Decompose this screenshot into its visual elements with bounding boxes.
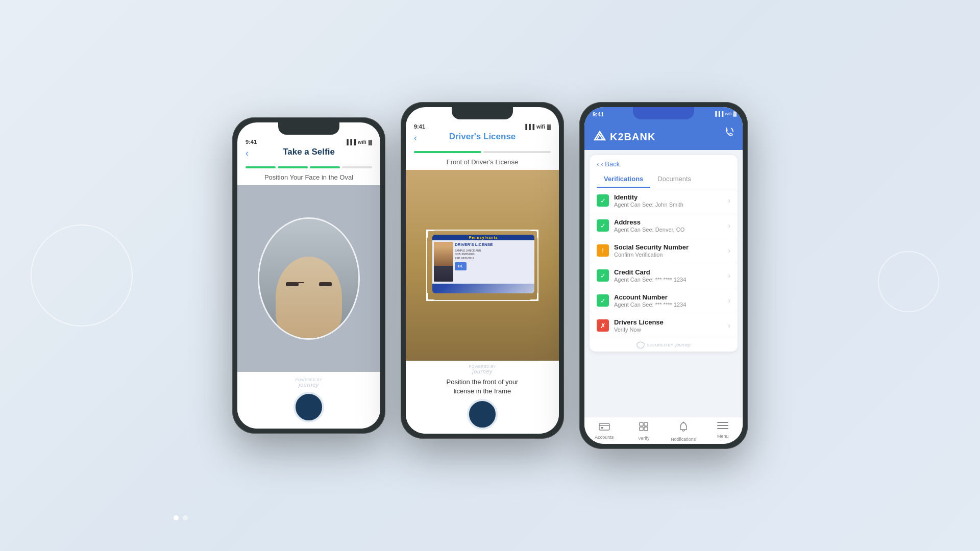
status-icons-2: ▐▐▐ wifi ▓ <box>524 124 551 130</box>
back-chevron: ‹ <box>597 160 599 168</box>
card-back-button[interactable]: ‹ ‹ Back <box>590 155 738 171</box>
ssn-title: Social Security Number <box>614 243 723 251</box>
svg-rect-6 <box>640 427 643 431</box>
svg-rect-4 <box>640 422 643 426</box>
dot-2[interactable] <box>183 515 188 520</box>
journey-text-1: journey <box>299 382 319 388</box>
phone-license: 9:41 ▐▐▐ wifi ▓ ‹ Driver's License <box>401 102 564 439</box>
battery-icon-2: ▓ <box>547 124 551 130</box>
journey-logo-1: POWERED BY journey <box>296 378 322 388</box>
dl-name-text: SAMPLE JANICE ANN <box>455 249 533 253</box>
progress-seg-2 <box>278 166 308 168</box>
identity-status-icon: ✓ <box>597 194 609 207</box>
drivers-license-title: Drivers License <box>614 318 723 326</box>
back-button-1[interactable]: ‹ <box>246 148 249 159</box>
status-icons-1: ▐▐▐ wifi ▓ <box>345 139 372 145</box>
capture-button-2[interactable] <box>467 399 498 430</box>
selfie-subtitle: Position Your Face in the Oval <box>237 173 380 185</box>
call-icon-svg <box>723 126 734 137</box>
back-button-2[interactable]: ‹ <box>414 133 417 143</box>
card-tabs: Verifications Documents <box>590 171 738 188</box>
notifications-label: Notifications <box>671 437 696 442</box>
face-shape <box>276 257 342 338</box>
dl-photo <box>434 242 453 282</box>
call-icon[interactable] <box>723 126 734 140</box>
license-prog-1 <box>414 151 481 153</box>
battery-3: ▓ <box>733 111 737 116</box>
svg-rect-2 <box>599 423 609 430</box>
k2bank-content: ‹ ‹ Back Verifications Documents ✓ <box>584 150 743 417</box>
bg-circle-right <box>878 251 939 312</box>
account-title: Account Number <box>614 293 723 301</box>
dl-header: Pennsylvania <box>432 235 534 240</box>
tab-documents[interactable]: Documents <box>650 171 698 188</box>
verification-address[interactable]: ✓ Address Agent Can See: Denver, CO › <box>590 213 738 238</box>
verification-credit-card[interactable]: ✓ Credit Card Agent Can See: *** **** 12… <box>590 263 738 288</box>
dl-exp-text: EXP: 03/01/2019 <box>455 257 533 261</box>
phone-selfie: 9:41 ▐▐▐ wifi ▓ ‹ Take a Selfie <box>232 117 385 434</box>
nav-notifications[interactable]: Notifications <box>664 421 703 442</box>
license-bottom: POWERED BY journey Position the front of… <box>406 361 559 434</box>
dl-type-text: DRIVER'S LICENSE <box>455 242 533 248</box>
notifications-icon-svg <box>678 421 689 433</box>
glasses-bridge <box>298 282 304 283</box>
capture-button-1[interactable] <box>293 392 324 422</box>
ssn-subtitle: Confirm Verification <box>614 252 723 258</box>
journey-text-2: journey <box>472 368 493 374</box>
nav-menu[interactable]: Menu <box>703 421 743 442</box>
phones-container: 9:41 ▐▐▐ wifi ▓ ‹ Take a Selfie <box>232 102 748 449</box>
corner-br <box>530 293 538 301</box>
dl-clothes <box>434 266 453 282</box>
progress-seg-3 <box>310 166 340 168</box>
nav-verify[interactable]: Verify <box>624 421 664 442</box>
svg-marker-0 <box>595 132 605 140</box>
oval-frame <box>258 217 360 340</box>
tab-verifications[interactable]: Verifications <box>597 171 650 188</box>
selfie-header: ‹ Take a Selfie <box>237 147 380 166</box>
accounts-icon <box>599 421 610 433</box>
accounts-label: Accounts <box>595 435 614 440</box>
menu-icon-svg <box>717 421 728 430</box>
account-arrow: › <box>728 296 730 305</box>
glasses-left <box>286 282 299 286</box>
progress-bar-1 <box>237 166 380 168</box>
dl-state-text: Pennsylvania <box>469 236 498 239</box>
ssn-status-icon: ! <box>597 244 609 257</box>
progress-bar-2 <box>406 151 559 153</box>
bg-circle-left <box>31 224 133 327</box>
wifi-icon-2: wifi <box>536 124 545 130</box>
verify-icon <box>639 421 649 434</box>
credit-card-title: Credit Card <box>614 268 723 276</box>
journey-logo-3: SECURED BY journey <box>590 338 738 352</box>
verification-identity[interactable]: ✓ Identity Agent Can See: John Smith › <box>590 188 738 213</box>
phone-k2bank: 9:41 ▐▐▐ wifi ▓ K2BANK <box>579 102 748 449</box>
address-arrow: › <box>728 221 730 230</box>
license-header: ‹ Driver's License <box>406 132 559 151</box>
identity-subtitle: Agent Can See: John Smith <box>614 202 723 208</box>
notch-1 <box>278 122 339 135</box>
dot-1[interactable] <box>174 515 179 520</box>
verification-ssn[interactable]: ! Social Security Number Confirm Verific… <box>590 238 738 263</box>
license-prog-2 <box>483 151 551 153</box>
progress-seg-1 <box>246 166 276 168</box>
account-text: Account Number Agent Can See: *** **** 1… <box>614 293 723 308</box>
drivers-license-text: Drivers License Verify Now <box>614 318 723 333</box>
powered-by-2: POWERED BY <box>469 365 496 368</box>
verification-account-number[interactable]: ✓ Account Number Agent Can See: *** ****… <box>590 288 738 313</box>
time-3: 9:41 <box>593 111 604 117</box>
dl-dob-text: DOB: 08/05/2023 <box>455 253 533 257</box>
time-1: 9:41 <box>246 139 257 145</box>
journey-brand-text: journey <box>675 342 691 347</box>
notch-3 <box>633 107 694 119</box>
progress-seg-4 <box>342 166 372 168</box>
address-title: Address <box>614 218 723 226</box>
powered-by-1: POWERED BY <box>296 378 322 382</box>
svg-point-8 <box>682 422 684 423</box>
nav-accounts[interactable]: Accounts <box>584 421 624 442</box>
verification-drivers-license[interactable]: ✗ Drivers License Verify Now › <box>590 313 738 338</box>
credit-card-status-icon: ✓ <box>597 269 609 282</box>
address-subtitle: Agent Can See: Denver, CO <box>614 227 723 233</box>
k2bank-screen: 9:41 ▐▐▐ wifi ▓ K2BANK <box>584 107 743 444</box>
svg-rect-3 <box>601 427 603 429</box>
dl-body: DRIVER'S LICENSE SAMPLE JANICE ANN DOB: … <box>432 240 534 284</box>
